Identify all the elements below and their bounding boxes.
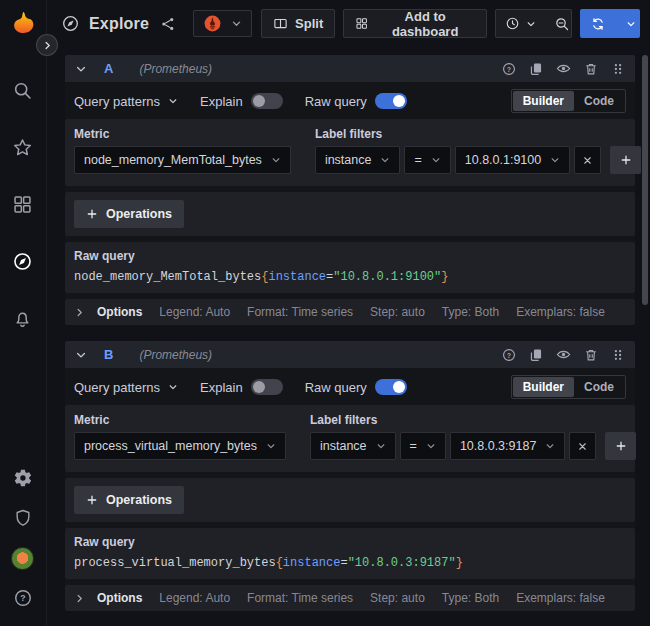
remove-query-trash-icon[interactable]	[584, 348, 598, 362]
add-to-dashboard-button[interactable]: Add to dashboard	[343, 9, 486, 38]
filter-operator-select[interactable]: =	[400, 432, 446, 460]
clock-icon	[505, 16, 520, 31]
query-patterns-dropdown[interactable]: Query patterns	[74, 94, 178, 109]
raw-query-section-a: Raw query node_memory_MemTotal_bytes{ins…	[65, 242, 635, 293]
label-filters-label: Label filters	[315, 127, 641, 141]
search-icon[interactable]	[9, 76, 37, 104]
operations-button[interactable]: Operations	[74, 200, 184, 228]
code-mode-button[interactable]: Code	[574, 91, 624, 111]
server-admin-shield-icon[interactable]	[9, 504, 37, 532]
metric-value: node_memory_MemTotal_bytes	[84, 153, 262, 167]
raw-query-label: Raw query	[305, 94, 367, 109]
alerting-icon[interactable]	[9, 304, 37, 332]
query-patterns-label: Query patterns	[74, 380, 160, 395]
explore-icon[interactable]	[9, 247, 37, 275]
refresh-icon	[590, 16, 606, 32]
options-row-b[interactable]: Options Legend: Auto Format: Time series…	[65, 585, 635, 611]
builder-mode-button[interactable]: Builder	[513, 91, 574, 111]
topbar-actions: Split Add to dashboard	[261, 9, 640, 38]
zoom-out-time-button[interactable]	[545, 10, 572, 37]
query-help-icon[interactable]: ?	[502, 62, 516, 76]
raw-query-toggle[interactable]	[375, 93, 407, 109]
explain-toggle-group: Explain	[200, 93, 283, 109]
refresh-interval-dropdown[interactable]	[616, 9, 640, 38]
add-filter-button[interactable]	[605, 432, 636, 460]
query-help-icon[interactable]: ?	[502, 348, 516, 362]
query-patterns-dropdown[interactable]: Query patterns	[74, 380, 178, 395]
dashboards-icon[interactable]	[9, 190, 37, 218]
operations-section-a: Operations	[65, 192, 635, 236]
query-toolbar-b: Query patterns Explain Raw query Builder…	[65, 368, 635, 405]
remove-query-trash-icon[interactable]	[584, 62, 598, 76]
query-header-actions: ?	[502, 61, 625, 76]
duplicate-query-icon[interactable]	[529, 62, 543, 76]
svg-text:?: ?	[20, 593, 25, 603]
metric-field-label: Metric	[74, 413, 286, 427]
split-label: Split	[295, 16, 323, 31]
editor-mode-switch: Builder Code	[511, 89, 626, 113]
chevron-down-icon	[168, 382, 178, 392]
scrollbar-thumb[interactable]	[642, 55, 648, 305]
expand-sidebar-button[interactable]	[36, 34, 58, 56]
grafana-logo[interactable]	[9, 9, 38, 38]
duplicate-query-icon[interactable]	[529, 348, 543, 362]
chevron-down-icon	[526, 19, 536, 29]
drag-handle-icon[interactable]	[611, 348, 625, 362]
collapse-query-icon[interactable]	[75, 63, 87, 75]
sidebar: ?	[0, 0, 47, 626]
option-exemplars: Exemplars: false	[516, 591, 605, 605]
code-mode-button[interactable]: Code	[574, 377, 624, 397]
filter-key-select[interactable]: instance	[315, 146, 401, 174]
filter-operator-select[interactable]: =	[404, 146, 450, 174]
builder-mode-button[interactable]: Builder	[513, 377, 574, 397]
operations-button[interactable]: Operations	[74, 486, 184, 514]
metric-field: Metric process_virtual_memory_bytes	[74, 413, 286, 460]
options-row-a[interactable]: Options Legend: Auto Format: Time series…	[65, 299, 635, 325]
query-datasource-label: (Prometheus)	[139, 348, 212, 362]
share-icon[interactable]	[160, 16, 176, 32]
raw-query-section-b: Raw query process_virtual_memory_bytes{i…	[65, 528, 635, 579]
help-icon[interactable]: ?	[9, 584, 37, 612]
toggle-visibility-eye-icon[interactable]	[556, 61, 571, 76]
query-ref-id: B	[104, 347, 113, 362]
collapse-query-icon[interactable]	[75, 349, 87, 361]
plus-icon	[86, 208, 98, 220]
explain-toggle[interactable]	[251, 379, 283, 395]
remove-filter-button[interactable]	[569, 432, 596, 460]
remove-filter-button[interactable]	[574, 146, 601, 174]
chevron-down-icon	[380, 155, 390, 165]
filter-value-select[interactable]: 10.8.0.3:9187	[450, 432, 565, 460]
filter-value-select[interactable]: 10.8.0.1:9100	[455, 146, 570, 174]
code-close-brace: }	[441, 270, 448, 284]
time-range-picker[interactable]	[496, 10, 545, 37]
query-editor-row-b: B (Prometheus) ? Query patterns Explain …	[65, 341, 635, 611]
add-filter-button[interactable]	[610, 146, 641, 174]
code-metric: process_virtual_memory_bytes	[74, 556, 276, 570]
query-header-b[interactable]: B (Prometheus) ?	[65, 341, 635, 368]
explain-toggle[interactable]	[251, 93, 283, 109]
split-icon	[273, 16, 288, 31]
split-button[interactable]: Split	[261, 9, 335, 38]
raw-query-toggle[interactable]	[375, 379, 407, 395]
starred-icon[interactable]	[9, 133, 37, 161]
drag-handle-icon[interactable]	[611, 62, 625, 76]
dashboard-grid-icon	[355, 16, 368, 31]
filter-key-select[interactable]: instance	[310, 432, 396, 460]
code-string: "10.8.0.3:9187"	[348, 556, 456, 570]
metric-select[interactable]: process_virtual_memory_bytes	[74, 432, 286, 460]
configuration-gear-icon[interactable]	[9, 464, 37, 492]
chevron-right-icon	[74, 307, 85, 318]
datasource-picker[interactable]	[193, 10, 252, 37]
prometheus-icon	[203, 14, 222, 33]
add-to-dashboard-label: Add to dashboard	[376, 9, 475, 39]
explain-label: Explain	[200, 380, 243, 395]
filter-operator-value: =	[414, 153, 421, 167]
run-query-button[interactable]	[580, 9, 616, 38]
query-header-a[interactable]: A (Prometheus) ?	[65, 55, 635, 82]
user-avatar[interactable]	[9, 544, 37, 572]
avatar	[11, 547, 34, 570]
query-datasource-label: (Prometheus)	[139, 62, 212, 76]
toggle-visibility-eye-icon[interactable]	[556, 347, 571, 362]
raw-query-code: node_memory_MemTotal_bytes{instance="10.…	[74, 270, 448, 284]
metric-select[interactable]: node_memory_MemTotal_bytes	[74, 146, 291, 174]
